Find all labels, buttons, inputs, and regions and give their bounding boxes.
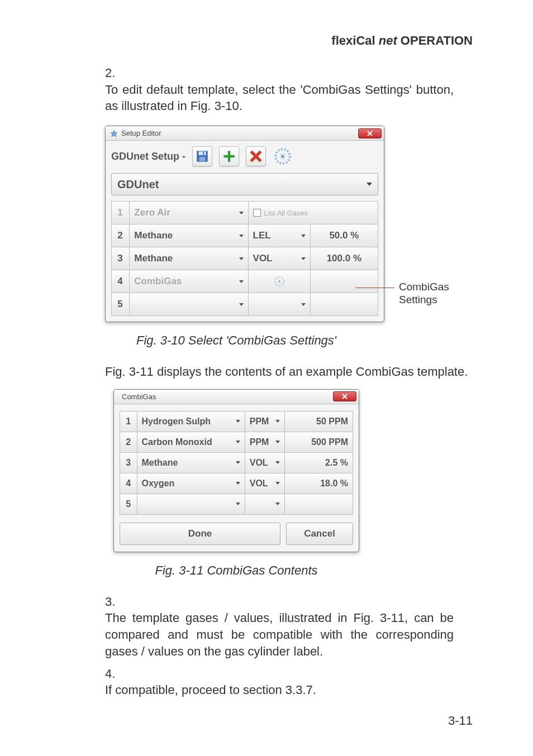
chevron-down-icon xyxy=(275,482,280,485)
chevron-down-icon xyxy=(236,461,240,464)
floppy-icon xyxy=(195,149,210,164)
row-number[interactable]: 1 xyxy=(120,412,137,432)
unit-select[interactable]: PPM xyxy=(245,432,284,452)
save-button[interactable] xyxy=(192,146,212,166)
delete-button[interactable] xyxy=(246,146,266,166)
gas-select[interactable]: Zero Air xyxy=(130,202,248,224)
unit-select[interactable] xyxy=(245,494,284,514)
gas-select[interactable]: Methane xyxy=(130,224,248,247)
cancel-button[interactable]: Cancel xyxy=(286,523,353,545)
unit-label: LEL xyxy=(253,230,271,241)
close-button[interactable] xyxy=(333,391,356,401)
svg-marker-0 xyxy=(111,130,117,137)
value-cell[interactable]: 18.0 % xyxy=(285,473,353,494)
row-number[interactable]: 2 xyxy=(120,432,137,452)
gas-select[interactable]: Methane xyxy=(137,453,245,473)
gas-select[interactable]: Oxygen xyxy=(137,473,245,494)
unit-label: VOL xyxy=(253,253,273,264)
svg-rect-6 xyxy=(203,152,204,154)
add-button[interactable] xyxy=(219,146,239,166)
list-all-gases-checkbox[interactable]: List All Gases xyxy=(249,202,378,224)
row-number[interactable]: 5 xyxy=(112,293,129,315)
setup-editor-window: Setup Editor GDUnet Setup - xyxy=(105,126,384,322)
unit-label: PPM xyxy=(250,417,269,427)
figure-caption: Fig. 3-11 CombiGas Contents xyxy=(0,563,473,578)
chevron-down-icon xyxy=(239,257,244,260)
gas-select[interactable] xyxy=(130,293,248,315)
gas-select[interactable]: Hydrogen Sulph xyxy=(137,412,245,432)
done-button[interactable]: Done xyxy=(120,523,280,545)
unit-select[interactable] xyxy=(249,293,310,315)
close-icon xyxy=(367,131,373,136)
paragraph: Fig. 3-11 displays the contents of an ex… xyxy=(105,363,473,380)
checkbox-label: List All Gases xyxy=(264,209,308,217)
gas-select[interactable] xyxy=(137,494,245,514)
list-item: 2. To edit default template, select the … xyxy=(105,65,473,114)
gas-select[interactable]: Methane xyxy=(130,247,248,270)
value-cell[interactable]: 2.5 % xyxy=(285,453,353,473)
list-item: 4. If compatible, proceed to section 3.3… xyxy=(105,666,473,698)
unit-select[interactable]: PPM xyxy=(245,412,284,432)
combigas-settings-button[interactable] xyxy=(249,270,310,293)
list-text: To edit default template, select the 'Co… xyxy=(105,82,454,114)
chevron-down-icon xyxy=(236,420,240,423)
value-cell[interactable] xyxy=(311,293,378,315)
gas-select[interactable]: CombiGas xyxy=(130,270,248,293)
profile-name: GDUnet xyxy=(117,178,159,191)
list-number: 3. xyxy=(105,594,124,610)
value-cell[interactable]: 50 PPM xyxy=(285,412,353,432)
page-number: 3-11 xyxy=(448,714,473,728)
chevron-down-icon xyxy=(239,280,244,283)
app-icon xyxy=(110,130,118,137)
row-number[interactable]: 3 xyxy=(112,247,129,270)
gas-table: 1 Zero Air List All Gases 2 Methane LEL … xyxy=(111,201,378,316)
chevron-down-icon xyxy=(236,503,240,505)
window-title: Setup Editor xyxy=(121,129,161,137)
header-brand: flexiCal xyxy=(331,34,378,47)
gas-name: Oxygen xyxy=(142,479,175,489)
row-number[interactable]: 1 xyxy=(112,202,129,224)
chevron-down-icon xyxy=(236,482,240,485)
row-number[interactable]: 4 xyxy=(120,473,137,494)
gas-name: Methane xyxy=(142,458,178,468)
close-icon xyxy=(341,394,348,399)
window-titlebar: Setup Editor xyxy=(106,126,384,141)
chevron-down-icon xyxy=(301,303,306,306)
gas-name: Methane xyxy=(134,230,173,241)
callout-line2: Settings xyxy=(399,294,437,305)
row-number[interactable]: 5 xyxy=(120,494,137,514)
svg-point-13 xyxy=(282,155,284,157)
close-button[interactable] xyxy=(358,128,382,138)
header-rest: OPERATION xyxy=(397,34,473,47)
chevron-down-icon xyxy=(239,235,244,237)
value-cell[interactable]: 50.0 % xyxy=(311,224,378,247)
gas-name: Carbon Monoxid xyxy=(142,437,212,447)
row-number[interactable]: 3 xyxy=(120,453,137,473)
value-cell[interactable]: 500 PPM xyxy=(285,432,353,452)
value-cell xyxy=(311,270,378,293)
chevron-down-icon xyxy=(236,441,240,443)
unit-label: VOL xyxy=(250,479,268,489)
callout-line1: CombiGas xyxy=(399,281,449,293)
value-cell[interactable] xyxy=(285,494,353,514)
toolbar-label: GDUnet Setup - xyxy=(111,151,185,162)
combigas-window: CombiGas 1 Hydrogen Sulph PPM 50 PPM 2 xyxy=(113,389,359,552)
row-number[interactable]: 4 xyxy=(112,270,129,293)
unit-label: PPM xyxy=(250,437,269,447)
row-number[interactable]: 2 xyxy=(112,224,129,247)
chevron-down-icon xyxy=(275,503,280,505)
header-brand-italic: net xyxy=(379,34,397,47)
gas-select[interactable]: Carbon Monoxid xyxy=(137,432,245,452)
profile-select[interactable]: GDUnet xyxy=(111,173,378,195)
unit-select[interactable]: VOL xyxy=(245,453,284,473)
unit-select[interactable]: VOL xyxy=(245,473,284,494)
settings-button[interactable] xyxy=(273,146,293,166)
unit-label: VOL xyxy=(250,458,268,468)
combigas-table: 1 Hydrogen Sulph PPM 50 PPM 2 Carbon Mon… xyxy=(120,411,353,515)
unit-select[interactable]: LEL xyxy=(249,224,310,247)
chevron-down-icon xyxy=(275,461,280,464)
chevron-down-icon xyxy=(239,212,244,214)
svg-rect-8 xyxy=(223,155,235,157)
unit-select[interactable]: VOL xyxy=(249,247,310,270)
value-cell[interactable]: 100.0 % xyxy=(311,247,378,270)
